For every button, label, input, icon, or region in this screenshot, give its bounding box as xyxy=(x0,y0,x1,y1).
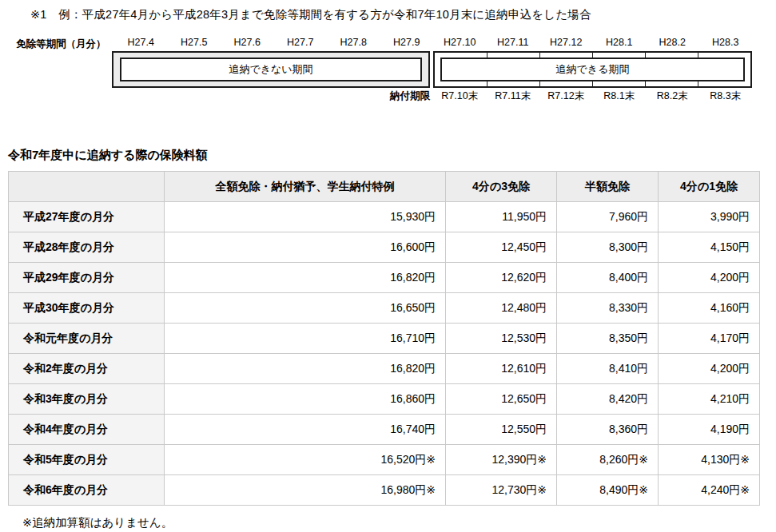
amount-cell: 16,520円※ xyxy=(165,445,446,475)
month-label: H28.3 xyxy=(699,37,753,48)
row-header: 平成30年度の月分 xyxy=(9,293,165,324)
amount-cell: 8,420円 xyxy=(557,384,659,415)
table-row: 令和6年度の月分16,980円※12,730円※8,490円※4,240円※ xyxy=(9,475,760,506)
amount-cell: 8,350円 xyxy=(557,324,659,354)
amount-cell: 12,480円 xyxy=(446,293,557,324)
table-row: 平成29年度の月分16,820円12,620円8,400円4,200円 xyxy=(9,263,760,293)
amount-cell: 8,360円 xyxy=(557,415,659,445)
table-row: 令和3年度の月分16,860円12,650円8,420円4,210円 xyxy=(9,384,760,415)
month-label: H27.6 xyxy=(221,37,274,48)
payable-period-box: 追納できる期間 xyxy=(433,51,752,88)
table-row: 令和2年度の月分16,820円12,610円8,410円4,200円 xyxy=(9,354,760,384)
premium-amount-table: 全額免除・納付猶予、学生納付特例4分の3免除半額免除4分の1免除 平成27年度の… xyxy=(8,171,760,506)
deadline-label-item: R7.11末 xyxy=(487,89,540,103)
amount-cell: 16,600円 xyxy=(165,232,446,263)
table-row: 平成27年度の月分15,930円11,950円7,960円3,990円 xyxy=(9,202,760,232)
amount-cell: 4,240円※ xyxy=(659,475,760,506)
column-header: 4分の1免除 xyxy=(659,172,760,202)
row-header: 平成27年度の月分 xyxy=(9,202,165,232)
month-label: H28.1 xyxy=(593,37,647,48)
row-header: 令和4年度の月分 xyxy=(9,415,165,445)
amount-cell: 4,160円 xyxy=(659,293,760,324)
amount-cell: 8,410円 xyxy=(557,354,659,384)
deadline-label-item: R7.12末 xyxy=(539,89,593,103)
amount-cell: 16,980円※ xyxy=(165,475,446,506)
row-header: 令和元年度の月分 xyxy=(9,324,165,354)
amount-cell: 4,150円 xyxy=(659,232,760,263)
amount-cell: 4,200円 xyxy=(659,263,760,293)
column-header: 4分の3免除 xyxy=(446,172,557,202)
amount-cell: 12,390円※ xyxy=(446,445,557,475)
amount-cell: 4,170円 xyxy=(659,324,760,354)
exemption-period-label: 免除等期間（月分） xyxy=(16,38,106,51)
payable-period-label: 追納できる期間 xyxy=(440,58,745,81)
amount-cell: 4,130円※ xyxy=(659,445,760,475)
row-header: 令和3年度の月分 xyxy=(9,384,165,415)
table-body: 平成27年度の月分15,930円11,950円7,960円3,990円平成28年… xyxy=(9,202,760,506)
month-label: H27.7 xyxy=(274,37,328,48)
amount-cell: 12,730円※ xyxy=(446,475,557,506)
payment-deadline-label: 納付期限 xyxy=(344,89,430,103)
table-row: 平成30年度の月分16,650円12,480円8,330円4,160円 xyxy=(9,293,760,324)
column-header xyxy=(9,172,165,202)
amount-cell: 15,930円 xyxy=(165,202,446,232)
month-label: H28.2 xyxy=(646,37,699,48)
amount-cell: 12,450円 xyxy=(446,232,557,263)
footer-note: ※追納加算額はありません。 xyxy=(22,515,173,530)
amount-cell: 16,820円 xyxy=(165,263,446,293)
amount-cell: 8,330円 xyxy=(557,293,659,324)
row-header: 平成28年度の月分 xyxy=(9,232,165,263)
deadline-labels-row: R7.10末R7.11末R7.12末R8.1末R8.2末R8.3末 xyxy=(433,89,752,103)
amount-cell: 12,530円 xyxy=(446,324,557,354)
month-label: H27.11 xyxy=(487,37,540,48)
amount-cell: 8,260円※ xyxy=(557,445,659,475)
amount-cell: 11,950円 xyxy=(446,202,557,232)
row-header: 令和5年度の月分 xyxy=(9,445,165,475)
table-header-row: 全額免除・納付猶予、学生納付特例4分の3免除半額免除4分の1免除 xyxy=(9,172,760,202)
deadline-label-item: R8.1末 xyxy=(593,89,647,103)
amount-cell: 8,400円 xyxy=(557,263,659,293)
month-label: H27.12 xyxy=(539,37,593,48)
amount-cell: 16,820円 xyxy=(165,354,446,384)
row-header: 令和2年度の月分 xyxy=(9,354,165,384)
amount-cell: 7,960円 xyxy=(557,202,659,232)
column-header: 半額免除 xyxy=(557,172,659,202)
deadline-label-item: R8.2末 xyxy=(646,89,699,103)
table-title: 令和7年度中に追納する際の保険料額 xyxy=(8,148,208,163)
amount-cell: 8,300円 xyxy=(557,232,659,263)
table-row: 平成28年度の月分16,600円12,450円8,300円4,150円 xyxy=(9,232,760,263)
amount-cell: 16,740円 xyxy=(165,415,446,445)
amount-cell: 12,610円 xyxy=(446,354,557,384)
table-row: 令和5年度の月分16,520円※12,390円※8,260円※4,130円※ xyxy=(9,445,760,475)
row-header: 平成29年度の月分 xyxy=(9,263,165,293)
amount-cell: 4,200円 xyxy=(659,354,760,384)
month-label: H27.8 xyxy=(327,37,380,48)
month-label: H27.5 xyxy=(168,37,221,48)
row-header: 令和6年度の月分 xyxy=(9,475,165,506)
amount-cell: 16,860円 xyxy=(165,384,446,415)
month-label: H27.10 xyxy=(433,37,487,48)
month-label: H27.9 xyxy=(380,37,434,48)
deadline-label-item: R8.3末 xyxy=(699,89,753,103)
month-labels-row: H27.4H27.5H27.6H27.7H27.8H27.9H27.10H27.… xyxy=(114,37,752,48)
column-header: 全額免除・納付猶予、学生納付特例 xyxy=(165,172,446,202)
table-row: 令和元年度の月分16,710円12,530円8,350円4,170円 xyxy=(9,324,760,354)
not-payable-period-label: 追納できない期間 xyxy=(120,58,422,81)
not-payable-period-box: 追納できない期間 xyxy=(112,51,430,88)
amount-cell: 16,650円 xyxy=(165,293,446,324)
table-row: 令和4年度の月分16,740円12,550円8,360円4,190円 xyxy=(9,415,760,445)
deadline-label-item: R7.10末 xyxy=(433,89,487,103)
amount-cell: 16,710円 xyxy=(165,324,446,354)
amount-cell: 12,650円 xyxy=(446,384,557,415)
month-label: H27.4 xyxy=(114,37,168,48)
amount-cell: 12,550円 xyxy=(446,415,557,445)
amount-cell: 3,990円 xyxy=(659,202,760,232)
document-page: ※1 例：平成27年4月から平成28年3月まで免除等期間を有する方が令和7年10… xyxy=(0,0,776,532)
example-note: ※1 例：平成27年4月から平成28年3月まで免除等期間を有する方が令和7年10… xyxy=(30,7,591,22)
amount-cell: 4,210円 xyxy=(659,384,760,415)
amount-cell: 12,620円 xyxy=(446,263,557,293)
amount-cell: 4,190円 xyxy=(659,415,760,445)
amount-cell: 8,490円※ xyxy=(557,475,659,506)
